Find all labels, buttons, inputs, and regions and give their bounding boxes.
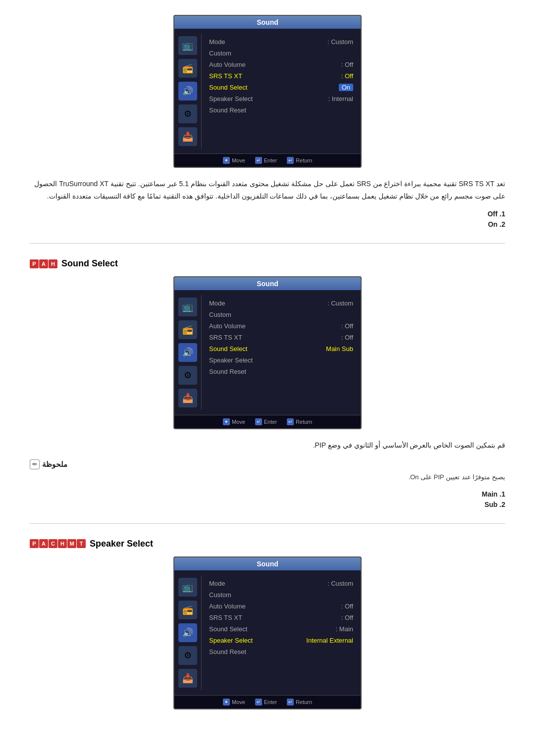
move3-icon: ✦: [223, 699, 230, 706]
footer3-return-label: Return: [296, 699, 312, 705]
footer-return-label: Return: [296, 157, 312, 163]
tv-menu-item-soundselect: Sound Select On: [209, 82, 353, 93]
section-srs: Sound 📺 📻 🔊 ⚙ 📥 Mode : Custom: [30, 15, 505, 228]
sound-sub-option: Sub: [342, 345, 353, 353]
tv2-item-label-speakerselect: Speaker Select: [209, 356, 253, 364]
tv3-menu-item-custom: Custom: [209, 589, 353, 601]
speakerselect-title: Speaker Select: [90, 539, 153, 549]
speaker-external-option: External: [329, 637, 353, 644]
tv-menu-speakerselect: Sound 📺 📻 🔊 ⚙ 📥 Mode : Custom: [30, 556, 505, 709]
srs-option-off-num: 1.: [499, 210, 505, 218]
tv3-item-label-srs: SRS TS XT: [209, 614, 242, 621]
srs-option-on-num: 2.: [499, 220, 505, 228]
soundselect-description: قم بتمكين الصوت الخاص بالعرض الأساسي أو …: [30, 439, 505, 452]
tv3-item-label-speakerselect: Speaker Select: [209, 637, 253, 644]
tv3-item-value-mode: : Custom: [327, 580, 353, 587]
footer3-enter: ↵ Enter: [255, 699, 277, 706]
tv2-item-label-mode: Mode: [209, 300, 225, 307]
enter3-icon: ↵: [255, 699, 262, 706]
tv2-menu-item-custom: Custom: [209, 309, 353, 320]
srs-off-badge: Off: [345, 72, 353, 80]
note-text: يصبح متوفرًا عند تعيين PIP على On.: [30, 472, 505, 483]
tv-menu-body-speakerselect: 📺 📻 🔊 ⚙ 📥 Mode : Custom Custom: [174, 570, 361, 695]
badge-p: P: [30, 259, 39, 268]
speakerselect-header: Speaker Select T M H C A P: [30, 539, 505, 549]
enter-icon: ↵: [255, 157, 262, 164]
sidebar3-icon-picture: 📺: [178, 578, 197, 597]
tv3-item-value-speakerselect: Internal External: [306, 637, 353, 644]
item-label-autovolume: Auto Volume: [209, 61, 246, 68]
speakerselect-badges: T M H C A P: [30, 539, 86, 548]
srs-description: تعد SRS TS XT تقنية محمية ببراءة اختراع …: [30, 178, 505, 202]
tv-sidebar-srs: 📺 📻 🔊 ⚙ 📥: [174, 34, 202, 149]
divider-1: [30, 243, 505, 244]
return-icon: ↩: [287, 157, 294, 164]
tv-menu-title-soundselect: Sound: [174, 277, 361, 290]
note-icon: ✏: [30, 459, 40, 469]
section-speakerselect: Speaker Select T M H C A P Sound 📺 📻 🔊 ⚙: [30, 539, 505, 709]
enter2-icon: ↵: [255, 418, 262, 425]
sidebar3-icon-setup: ⚙: [178, 646, 197, 665]
tv2-menu-item-mode: Mode : Custom: [209, 298, 353, 309]
tv2-menu-item-autovolume: Auto Volume : Off: [209, 320, 353, 332]
badge-p2: P: [30, 539, 39, 548]
tv2-item-label-custom: Custom: [209, 311, 231, 318]
badge-a2: A: [39, 539, 48, 548]
tv3-menu-item-autovolume: Auto Volume : Off: [209, 601, 353, 612]
footer2-return-label: Return: [296, 419, 312, 425]
tv-menu-item-srs: SRS TS XT : Off: [209, 70, 353, 82]
tv2-item-label-autovolume: Auto Volume: [209, 322, 246, 330]
speaker-internal-option: Internal: [306, 637, 327, 644]
soundselect-options-list: 1. Main 2. Sub: [30, 490, 505, 508]
sidebar-icon-sound: 🔊: [178, 82, 197, 101]
sidebar2-icon-channel: 📻: [178, 320, 197, 339]
tv2-item-value-soundselect: Main Sub: [326, 345, 353, 353]
tv3-item-value-soundselect: : Main: [336, 625, 353, 633]
footer2-return: ↩ Return: [287, 418, 312, 425]
tv2-menu-item-speakerselect: Speaker Select: [209, 354, 353, 366]
footer3-move-label: Move: [232, 699, 245, 705]
tv-menu-soundselect: Sound 📺 📻 🔊 ⚙ 📥 Mode : Custom: [30, 276, 505, 429]
tv-menu-box-soundselect: Sound 📺 📻 🔊 ⚙ 📥 Mode : Custom: [173, 276, 362, 429]
tv-menu-box-srs: Sound 📺 📻 🔊 ⚙ 📥 Mode : Custom: [173, 15, 362, 168]
soundselect-option-sub-num: 2.: [499, 501, 505, 508]
srs-option-on-label: On: [488, 220, 497, 228]
tv3-item-label-soundselect: Sound Select: [209, 625, 247, 633]
soundselect-title: Sound Select: [61, 258, 118, 269]
footer2-enter: ↵ Enter: [255, 418, 277, 425]
soundselect-badges: H A P: [30, 259, 57, 268]
return3-icon: ↩: [287, 699, 294, 706]
footer-enter-label: Enter: [264, 157, 277, 163]
item-label-speakerselect: Speaker Select: [209, 95, 253, 102]
tv3-menu-item-soundreset: Sound Reset: [209, 646, 353, 657]
tv2-item-value-autovolume: : Off: [341, 322, 353, 330]
tv2-menu-item-soundselect: Sound Select Main Sub: [209, 343, 353, 354]
item-value-srs: : Off: [341, 72, 353, 80]
tv3-item-value-autovolume: : Off: [341, 603, 353, 610]
item-label-srs: SRS TS XT: [209, 72, 242, 80]
sidebar-icon-input: 📥: [178, 127, 197, 146]
tv-menu-item-mode: Mode : Custom: [209, 36, 353, 48]
srs-option-off-label: Off: [487, 210, 497, 218]
item-label-custom: Custom: [209, 50, 231, 57]
tv2-item-value-srs: : Off: [341, 334, 353, 341]
tv-menu-title-srs: Sound: [174, 16, 361, 29]
tv3-item-label-mode: Mode: [209, 580, 225, 587]
sidebar-icon-setup: ⚙: [178, 104, 197, 123]
tv2-item-label-soundreset: Sound Reset: [209, 368, 246, 375]
item-value-soundselect: On: [339, 84, 353, 91]
sidebar2-icon-picture: 📺: [178, 298, 197, 316]
srs-option-on: 2. On: [30, 220, 505, 228]
footer-enter: ↵ Enter: [255, 157, 277, 164]
move-icon: ✦: [223, 157, 230, 164]
item-value-mode: : Custom: [327, 38, 353, 46]
sound-main-option: Main: [326, 345, 340, 353]
tv-menu-title-speakerselect: Sound: [174, 557, 361, 570]
soundselect-option-main-num: 1.: [499, 490, 505, 498]
footer-move: ✦ Move: [223, 157, 245, 164]
tv2-item-value-mode: : Custom: [327, 300, 353, 307]
tv-menu-footer-soundselect: ✦ Move ↵ Enter ↩ Return: [174, 415, 361, 428]
tv3-item-label-custom: Custom: [209, 591, 231, 599]
footer2-move-label: Move: [232, 419, 245, 425]
tv-menu-item-speakerselect: Speaker Select : Internal: [209, 93, 353, 104]
